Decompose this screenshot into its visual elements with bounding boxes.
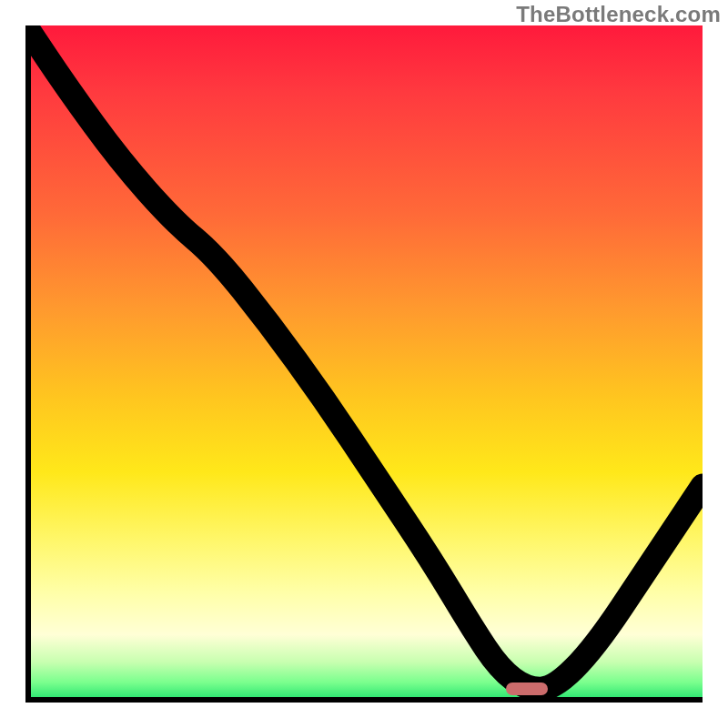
plot-area [25, 25, 703, 703]
bottleneck-curve [25, 25, 703, 703]
watermark-text: TheBottleneck.com [516, 2, 721, 27]
chart-canvas: TheBottleneck.com [0, 0, 728, 728]
